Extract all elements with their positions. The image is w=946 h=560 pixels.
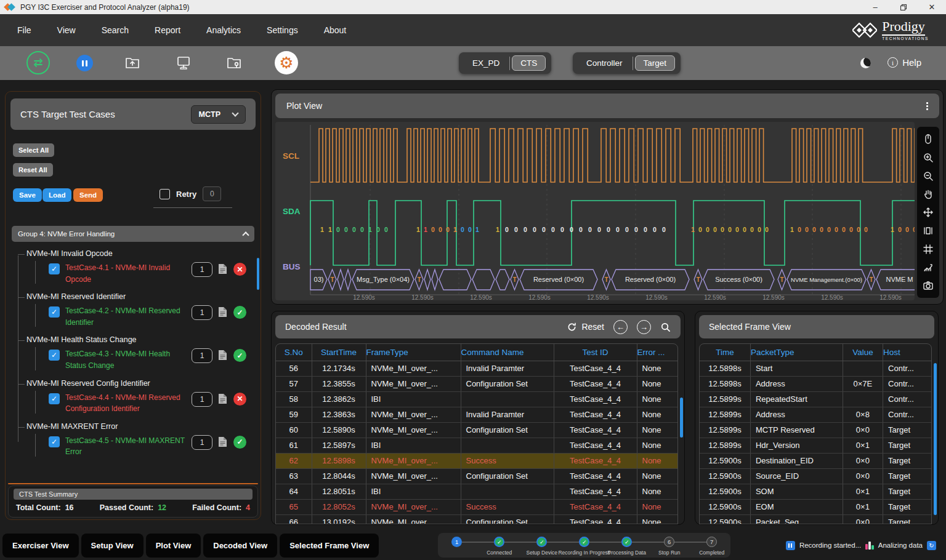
group-header[interactable]: Group 4: NVMe Error Handling [12, 226, 254, 242]
toggle-cts[interactable]: CTS [512, 55, 546, 71]
test-list-scrollbar[interactable] [257, 258, 259, 290]
table-row[interactable]: 12.5899sMCTP Reserved0×0Target [700, 422, 931, 438]
checkbox-checked-icon[interactable]: ✓ [49, 263, 60, 274]
menu-report[interactable]: Report [146, 20, 189, 40]
test-case-row[interactable]: ✓TestCase-4.5 - NVMe-MI MAXRENT Error1✓ [49, 435, 254, 458]
decoded-scrollbar[interactable] [680, 398, 683, 438]
grid-icon[interactable] [922, 243, 934, 255]
zoom-in-icon[interactable] [922, 151, 934, 164]
view-button-plot-view[interactable]: Plot View [146, 534, 201, 558]
table-row[interactable]: 12.5899sAddress0×8Contr... [700, 407, 931, 422]
checkbox-checked-icon[interactable]: ✓ [49, 306, 60, 318]
reset-button[interactable]: Reset [567, 322, 604, 332]
test-case-label[interactable]: TestCase-4.2 - NVMe-MI Reserved Identifi… [65, 305, 186, 328]
table-row[interactable]: 12.5898sStartContr... [700, 361, 931, 376]
view-button-exerciser-view[interactable]: Exerciser View [2, 534, 79, 558]
send-button[interactable]: Send [73, 188, 103, 202]
retry-checkbox[interactable] [160, 189, 170, 199]
close-button[interactable]: ✕ [918, 0, 946, 14]
restore-button[interactable] [889, 0, 918, 14]
recording-pause-icon[interactable] [786, 541, 795, 550]
test-case-label[interactable]: TestCase-4.3 - NVMe-MI Health Status Cha… [65, 348, 186, 371]
table-row[interactable]: 12.5898sAddress0×7EContr... [700, 376, 931, 391]
column-header[interactable]: Time [700, 344, 750, 361]
menu-settings[interactable]: Settings [258, 20, 307, 40]
test-case-row[interactable]: ✓TestCase-4.1 - NVMe-MI Invalid Opcode1✕ [49, 262, 254, 285]
folder-location-icon[interactable] [222, 51, 246, 74]
test-case-row[interactable]: ✓TestCase-4.2 - NVMe-MI Reserved Identif… [49, 305, 254, 328]
table-row[interactable]: 12.5899sRepeatedStartContr... [700, 391, 931, 407]
device-monitor-icon[interactable] [172, 51, 195, 74]
view-button-setup-view[interactable]: Setup View [81, 534, 144, 558]
column-header[interactable]: Error ... [637, 344, 678, 361]
table-row[interactable]: 6412.8051sIBITestCase_4_4None [276, 484, 678, 499]
menu-about[interactable]: About [315, 20, 355, 40]
column-header[interactable]: Command Name [461, 344, 554, 361]
cursor-tool-icon[interactable] [922, 133, 934, 145]
menu-search[interactable]: Search [93, 20, 137, 40]
checkbox-checked-icon[interactable]: ✓ [49, 350, 60, 361]
table-row[interactable]: 12.5900sPacket_Seq0×0Target [700, 514, 931, 524]
menu-file[interactable]: File [9, 20, 40, 40]
test-case-row[interactable]: ✓TestCase-4.3 - NVMe-MI Health Status Ch… [49, 348, 254, 371]
protocol-dropdown[interactable]: MCTP [191, 105, 246, 124]
document-icon[interactable] [218, 350, 228, 363]
toggle-ex_pd[interactable]: EX_PD [463, 56, 509, 70]
save-button[interactable]: Save [13, 188, 42, 202]
exerciser-tool-icon[interactable] [26, 51, 50, 74]
table-row[interactable]: 5812.3862sIBITestCase_4_4None [276, 391, 678, 407]
column-header[interactable]: FrameType [366, 344, 461, 361]
table-row[interactable]: 12.5900sDestination_EID0×0Target [700, 453, 931, 468]
move-tool-icon[interactable] [922, 206, 934, 218]
table-row[interactable]: 6512.8052sNVMe_MI_over_...SuccessTestCas… [276, 499, 678, 514]
column-header[interactable]: S.No [276, 344, 312, 361]
document-icon[interactable] [218, 263, 228, 277]
checkbox-checked-icon[interactable]: ✓ [49, 393, 60, 404]
iteration-count-input[interactable]: 1 [192, 392, 212, 407]
chart-tool-icon[interactable] [922, 261, 934, 273]
column-header[interactable]: StartTime [312, 344, 366, 361]
table-row[interactable]: 6012.5890sNVMe_MI_over_...Configuration … [276, 422, 678, 438]
column-header[interactable]: Value [843, 344, 883, 361]
kebab-menu-icon[interactable] [926, 102, 928, 110]
help-button[interactable]: i Help [887, 57, 921, 68]
folder-upload-icon[interactable] [121, 51, 144, 74]
table-row[interactable]: 12.5899sHdr_Version0×1Target [700, 438, 931, 453]
test-case-label[interactable]: TestCase-4.1 - NVMe-MI Invalid Opcode [65, 262, 186, 285]
test-case-row[interactable]: ✓TestCase-4.4 - NVMe-MI Reserved Configu… [49, 392, 254, 415]
retry-count-input[interactable] [203, 186, 221, 201]
table-row[interactable]: 6613.0192sNVMe_MI_over_...Configuration … [276, 514, 678, 524]
screenshot-camera-icon[interactable] [922, 279, 934, 292]
document-icon[interactable] [218, 436, 228, 450]
table-row[interactable]: 6212.5898sNVMe_MI_over_...SuccessTestCas… [276, 453, 678, 468]
iteration-count-input[interactable]: 1 [192, 305, 212, 320]
table-row[interactable]: 5912.3863sNVMe_MI_over_...Invalid Paramt… [276, 407, 678, 422]
refresh-icon[interactable]: ↻ [927, 541, 936, 550]
search-icon[interactable] [660, 322, 671, 332]
table-row[interactable]: 6312.8044sNVMe_MI_over_...Configuration … [276, 468, 678, 484]
document-icon[interactable] [218, 393, 228, 407]
column-header[interactable]: Test ID [554, 344, 637, 361]
pause-tool-icon[interactable] [76, 55, 93, 71]
previous-result-button[interactable]: ← [613, 320, 628, 334]
test-case-label[interactable]: TestCase-4.5 - NVMe-MI MAXRENT Error [65, 435, 186, 458]
split-view-icon[interactable] [922, 225, 934, 237]
waveform-canvas[interactable]: SCLSDABUS1100001001100010011000000000000… [275, 122, 915, 300]
pan-hand-icon[interactable] [922, 188, 934, 200]
zoom-out-icon[interactable] [922, 170, 934, 182]
table-row[interactable]: 5712.3855sNVMe_MI_over_...Configuration … [276, 376, 678, 391]
toggle-controller[interactable]: Controller [576, 56, 633, 70]
dark-mode-moon-icon[interactable] [860, 58, 871, 68]
menu-view[interactable]: View [49, 20, 84, 40]
table-row[interactable]: 12.5900sSource_EID0×0Target [700, 468, 931, 484]
load-button[interactable]: Load [42, 188, 71, 202]
toggle-target[interactable]: Target [635, 55, 676, 71]
view-button-selected-frame-view[interactable]: Selected Frame View [280, 534, 379, 558]
column-header[interactable]: PacketType [750, 344, 843, 361]
select-all-button[interactable]: Select All [13, 143, 54, 157]
table-row[interactable]: 12.5900sEOM0×1Target [700, 499, 931, 514]
document-icon[interactable] [218, 306, 228, 320]
view-button-decoded-view[interactable]: Decoded View [203, 534, 277, 558]
iteration-count-input[interactable]: 1 [192, 348, 212, 363]
iteration-count-input[interactable]: 1 [192, 262, 212, 277]
